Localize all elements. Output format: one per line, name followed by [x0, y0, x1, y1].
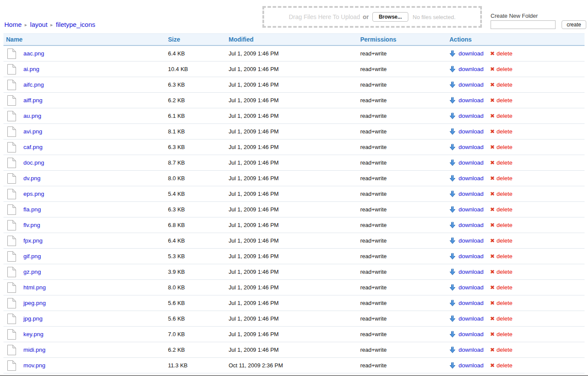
download-action[interactable]: download — [449, 113, 484, 120]
delete-link[interactable]: delete — [497, 66, 513, 72]
file-name-link[interactable]: fla.png — [23, 206, 41, 213]
delete-action[interactable]: ✖ delete — [490, 175, 513, 182]
download-link[interactable]: download — [459, 362, 484, 369]
delete-action[interactable]: ✖ delete — [490, 159, 513, 166]
delete-link[interactable]: delete — [497, 300, 513, 306]
breadcrumb-filetype-icons[interactable]: filetype_icons — [56, 21, 95, 28]
delete-link[interactable]: delete — [497, 113, 513, 119]
delete-link[interactable]: delete — [497, 128, 513, 135]
delete-action[interactable]: ✖ delete — [490, 284, 513, 291]
breadcrumb-home[interactable]: Home — [4, 21, 22, 28]
delete-action[interactable]: ✖ delete — [490, 315, 513, 322]
file-name-link[interactable]: fpx.png — [23, 237, 42, 244]
download-action[interactable]: download — [449, 144, 484, 151]
delete-link[interactable]: delete — [497, 222, 513, 228]
download-action[interactable]: download — [449, 50, 484, 57]
browse-button[interactable]: Browse... — [372, 12, 408, 22]
download-action[interactable]: download — [449, 159, 484, 166]
delete-action[interactable]: ✖ delete — [490, 347, 513, 353]
file-name-link[interactable]: mov.png — [23, 362, 45, 369]
download-action[interactable]: download — [449, 284, 484, 291]
download-link[interactable]: download — [459, 81, 484, 88]
delete-link[interactable]: delete — [497, 175, 513, 182]
download-action[interactable]: download — [449, 97, 484, 104]
download-link[interactable]: download — [459, 50, 484, 57]
delete-link[interactable]: delete — [497, 331, 513, 337]
delete-link[interactable]: delete — [497, 269, 513, 275]
download-action[interactable]: download — [449, 175, 484, 182]
download-action[interactable]: download — [449, 253, 484, 260]
file-name-link[interactable]: jpeg.png — [23, 300, 46, 306]
download-link[interactable]: download — [459, 284, 484, 291]
delete-action[interactable]: ✖ delete — [490, 50, 513, 57]
file-name-link[interactable]: ai.png — [23, 66, 39, 72]
delete-action[interactable]: ✖ delete — [490, 206, 513, 213]
file-name-link[interactable]: key.png — [23, 331, 43, 337]
file-name-link[interactable]: gif.png — [23, 253, 41, 259]
download-link[interactable]: download — [459, 347, 484, 353]
download-link[interactable]: download — [459, 206, 484, 213]
file-name-link[interactable]: avi.png — [23, 128, 42, 135]
download-link[interactable]: download — [459, 97, 484, 104]
delete-action[interactable]: ✖ delete — [490, 191, 513, 197]
download-link[interactable]: download — [459, 191, 484, 197]
download-link[interactable]: download — [459, 253, 484, 259]
breadcrumb-layout[interactable]: layout — [30, 21, 48, 28]
delete-action[interactable]: ✖ delete — [490, 300, 513, 306]
download-link[interactable]: download — [459, 159, 484, 166]
download-link[interactable]: download — [459, 128, 484, 135]
delete-link[interactable]: delete — [497, 81, 513, 88]
new-folder-name-input[interactable] — [491, 20, 556, 29]
download-action[interactable]: download — [449, 66, 484, 73]
column-header-modified[interactable]: Modified — [229, 36, 360, 43]
file-name-link[interactable]: aifc.png — [23, 81, 44, 88]
download-action[interactable]: download — [449, 315, 484, 322]
delete-link[interactable]: delete — [497, 315, 513, 322]
download-action[interactable]: download — [449, 331, 484, 338]
delete-action[interactable]: ✖ delete — [490, 97, 513, 104]
delete-action[interactable]: ✖ delete — [490, 81, 513, 88]
download-action[interactable]: download — [449, 81, 484, 88]
download-action[interactable]: download — [449, 128, 484, 135]
download-action[interactable]: download — [449, 347, 484, 353]
delete-action[interactable]: ✖ delete — [490, 222, 513, 228]
file-name-link[interactable]: eps.png — [23, 191, 44, 197]
download-link[interactable]: download — [459, 113, 484, 119]
delete-link[interactable]: delete — [497, 206, 513, 213]
file-name-link[interactable]: doc.png — [23, 159, 44, 166]
delete-link[interactable]: delete — [497, 159, 513, 166]
delete-action[interactable]: ✖ delete — [490, 128, 513, 135]
delete-link[interactable]: delete — [497, 237, 513, 244]
download-action[interactable]: download — [449, 362, 484, 369]
delete-action[interactable]: ✖ delete — [490, 113, 513, 119]
download-link[interactable]: download — [459, 66, 484, 72]
delete-action[interactable]: ✖ delete — [490, 144, 513, 150]
download-link[interactable]: download — [459, 315, 484, 322]
download-link[interactable]: download — [459, 300, 484, 306]
download-action[interactable]: download — [449, 222, 484, 229]
column-header-permissions[interactable]: Permissions — [360, 36, 449, 43]
file-name-link[interactable]: au.png — [23, 113, 41, 119]
download-link[interactable]: download — [459, 175, 484, 182]
download-link[interactable]: download — [459, 331, 484, 337]
delete-action[interactable]: ✖ delete — [490, 253, 513, 259]
file-name-link[interactable]: aiff.png — [23, 97, 42, 104]
create-folder-button[interactable]: create — [562, 20, 586, 29]
delete-link[interactable]: delete — [497, 253, 513, 259]
column-header-name[interactable]: Name — [6, 36, 168, 43]
download-action[interactable]: download — [449, 191, 484, 198]
file-name-link[interactable]: dv.png — [23, 175, 41, 182]
delete-link[interactable]: delete — [497, 144, 513, 150]
upload-dropzone[interactable]: Drag Files Here To Upload or Browse... N… — [262, 6, 482, 28]
file-name-link[interactable]: caf.png — [23, 144, 42, 150]
column-header-size[interactable]: Size — [168, 36, 229, 43]
download-link[interactable]: download — [459, 237, 484, 244]
file-name-link[interactable]: aac.png — [23, 50, 44, 57]
delete-link[interactable]: delete — [497, 97, 513, 104]
delete-link[interactable]: delete — [497, 284, 513, 291]
file-name-link[interactable]: midi.png — [23, 347, 45, 353]
download-action[interactable]: download — [449, 206, 484, 213]
delete-link[interactable]: delete — [497, 362, 513, 369]
download-action[interactable]: download — [449, 237, 484, 244]
delete-action[interactable]: ✖ delete — [490, 269, 513, 275]
